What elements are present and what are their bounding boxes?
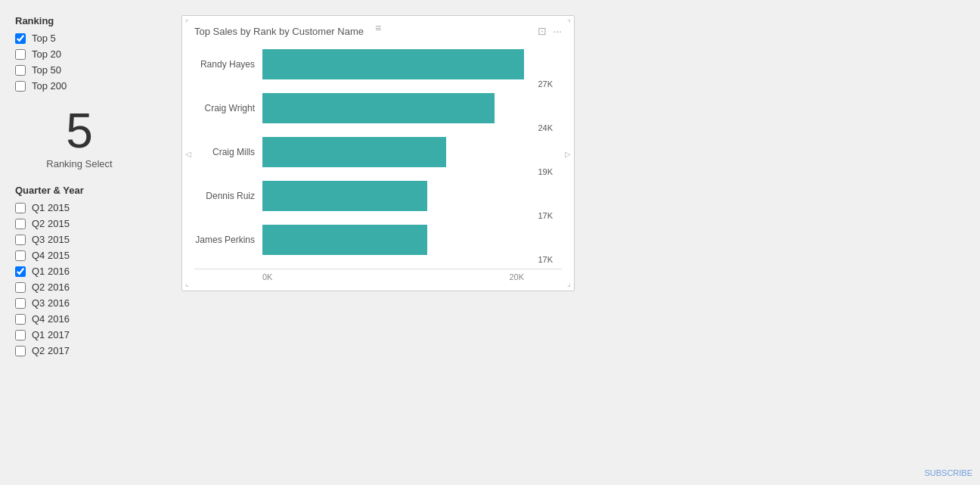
ranking-item-1[interactable]: Top 20 xyxy=(15,48,144,60)
quarter-item-5[interactable]: Q2 2016 xyxy=(15,281,144,293)
quarter-year-title: Quarter & Year xyxy=(15,185,144,196)
quarter-checkbox-4[interactable] xyxy=(15,266,26,277)
watermark: SUBSCRIBE xyxy=(924,468,972,477)
quarter-checkbox-1[interactable] xyxy=(15,219,26,229)
bar-row-0: Randy Hayes27K xyxy=(262,49,524,79)
bar-row-3: Dennis Ruiz17K xyxy=(262,181,524,211)
ranking-checkbox-3[interactable] xyxy=(15,81,26,92)
bar-value-4: 17K xyxy=(538,255,553,264)
ranking-label-2: Top 50 xyxy=(32,64,61,76)
chart-title: Top Sales by Rank by Customer Name xyxy=(194,26,364,37)
bar-3 xyxy=(262,181,427,211)
bar-wrapper-2: 19K xyxy=(262,137,524,167)
quarter-label-6: Q3 2016 xyxy=(32,297,70,309)
ranking-checkbox-2[interactable] xyxy=(15,65,26,76)
quarter-label-7: Q4 2016 xyxy=(32,313,70,325)
quarter-label-3: Q4 2015 xyxy=(32,250,70,261)
bar-wrapper-1: 24K xyxy=(262,93,524,123)
bar-1 xyxy=(262,93,495,123)
sidebar: Ranking Top 5Top 20Top 50Top 200 5 Ranki… xyxy=(15,15,159,372)
quarter-label-8: Q1 2017 xyxy=(32,329,70,340)
resize-handle-tr[interactable]: ⌝ xyxy=(567,19,571,27)
ranking-title: Ranking xyxy=(15,15,144,26)
bar-label-2: Craig Mills xyxy=(194,147,262,157)
ranking-select-label: Ranking Select xyxy=(15,158,144,169)
bar-wrapper-4: 17K xyxy=(262,225,524,255)
bar-label-1: Craig Wright xyxy=(194,103,262,113)
quarter-checkbox-3[interactable] xyxy=(15,250,26,261)
quarter-label-5: Q2 2016 xyxy=(32,281,70,293)
more-options-icon[interactable]: ··· xyxy=(553,25,562,37)
x-min-label: 0K xyxy=(262,272,272,281)
ranking-section: Ranking Top 5Top 20Top 50Top 200 xyxy=(15,15,144,92)
quarter-item-4[interactable]: Q1 2016 xyxy=(15,266,144,277)
quarter-item-6[interactable]: Q3 2016 xyxy=(15,297,144,309)
quarter-label-9: Q2 2017 xyxy=(32,345,70,356)
bar-value-1: 24K xyxy=(538,123,553,132)
bar-4 xyxy=(262,225,427,255)
quarter-label-1: Q2 2015 xyxy=(32,218,70,229)
ranking-checkbox-0[interactable] xyxy=(15,33,26,44)
quarter-label-0: Q1 2015 xyxy=(32,202,70,213)
bar-row-2: Craig Mills19K xyxy=(262,137,524,167)
bar-wrapper-0: 27K xyxy=(262,49,524,79)
ranking-label-3: Top 200 xyxy=(32,80,67,92)
quarter-item-2[interactable]: Q3 2015 xyxy=(15,234,144,245)
ranking-item-3[interactable]: Top 200 xyxy=(15,80,144,92)
chart-container: ≡ ⌜ ⌝ ⌞ ⌟ ◁ ▷ Top Sales by Rank by Custo… xyxy=(181,15,575,291)
bar-label-3: Dennis Ruiz xyxy=(194,191,262,201)
ranking-item-0[interactable]: Top 5 xyxy=(15,33,144,44)
bar-wrapper-3: 17K xyxy=(262,181,524,211)
quarter-year-section: Quarter & Year Q1 2015Q2 2015Q3 2015Q4 2… xyxy=(15,185,144,356)
quarter-checkbox-0[interactable] xyxy=(15,203,26,213)
bar-value-3: 17K xyxy=(538,211,553,220)
quarter-checkbox-9[interactable] xyxy=(15,346,26,356)
quarter-item-8[interactable]: Q1 2017 xyxy=(15,329,144,340)
ranking-label-1: Top 20 xyxy=(32,48,61,60)
drag-handle-icon[interactable]: ≡ xyxy=(375,22,381,34)
quarter-checkbox-7[interactable] xyxy=(15,314,26,325)
bar-row-1: Craig Wright24K xyxy=(262,93,524,123)
x-max-label: 20K xyxy=(509,272,524,281)
bar-value-0: 27K xyxy=(538,79,553,89)
bar-2 xyxy=(262,137,446,167)
quarter-checkbox-2[interactable] xyxy=(15,235,26,245)
ranking-checkbox-1[interactable] xyxy=(15,49,26,60)
quarter-label-2: Q3 2015 xyxy=(32,234,70,245)
quarter-item-3[interactable]: Q4 2015 xyxy=(15,250,144,261)
quarter-item-0[interactable]: Q1 2015 xyxy=(15,202,144,213)
ranking-label-0: Top 5 xyxy=(32,33,56,44)
expand-icon[interactable]: ⊡ xyxy=(538,25,547,37)
resize-handle-ml[interactable]: ◁ xyxy=(185,149,191,157)
x-axis: 0K 20K xyxy=(194,269,562,281)
quarter-label-4: Q1 2016 xyxy=(32,266,70,277)
quarter-checkbox-8[interactable] xyxy=(15,330,26,340)
quarter-item-9[interactable]: Q2 2017 xyxy=(15,345,144,356)
ranking-item-2[interactable]: Top 50 xyxy=(15,64,144,76)
bar-label-0: Randy Hayes xyxy=(194,59,262,70)
quarter-item-7[interactable]: Q4 2016 xyxy=(15,313,144,325)
bar-chart: Randy Hayes27KCraig Wright24KCraig Mills… xyxy=(194,49,562,255)
resize-handle-bl[interactable]: ⌞ xyxy=(185,279,189,288)
quarter-item-1[interactable]: Q2 2015 xyxy=(15,218,144,229)
bar-value-2: 19K xyxy=(538,167,553,176)
bar-label-4: James Perkins xyxy=(194,235,262,245)
resize-handle-mr[interactable]: ▷ xyxy=(565,149,571,157)
bar-row-4: James Perkins17K xyxy=(262,225,524,255)
quarter-checkbox-6[interactable] xyxy=(15,298,26,309)
resize-handle-tl[interactable]: ⌜ xyxy=(185,19,189,27)
chart-icons: ⊡ ··· xyxy=(538,25,562,37)
ranking-number: 5 xyxy=(15,107,144,155)
resize-handle-br[interactable]: ⌟ xyxy=(567,279,571,288)
quarter-checkbox-5[interactable] xyxy=(15,282,26,293)
bar-0 xyxy=(262,49,524,79)
